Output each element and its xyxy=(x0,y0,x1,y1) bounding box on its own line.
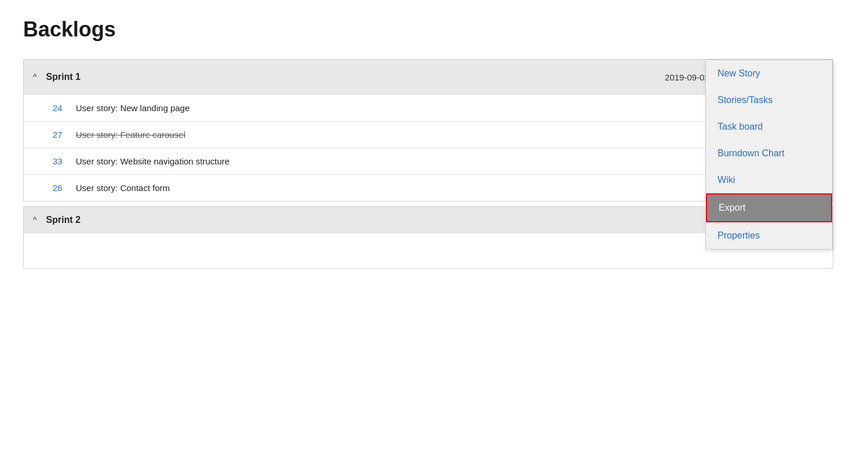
dropdown-item-properties[interactable]: Properties xyxy=(706,222,832,249)
page-title: Backlogs xyxy=(23,17,845,42)
story-title-33: User story: Website navigation structure xyxy=(76,156,230,166)
dropdown-item-stories-tasks[interactable]: Stories/Tasks xyxy=(706,87,832,113)
dropdown-item-task-board[interactable]: Task board xyxy=(706,113,832,140)
sprint1-name: Sprint 1 xyxy=(46,72,665,82)
backlogs-container: ^ Sprint 1 2019-09-02 2020-01-31 12 ▲ Ne… xyxy=(23,59,833,269)
story-id-33[interactable]: 33 xyxy=(53,156,76,166)
story-id-24[interactable]: 24 xyxy=(53,103,76,113)
sprint2-collapse-icon[interactable]: ^ xyxy=(33,215,37,225)
story-title-24: User story: New landing page xyxy=(76,103,190,113)
story-id-26[interactable]: 26 xyxy=(53,183,76,193)
sprint1-dropdown-menu: New Story Stories/Tasks Task board Burnd… xyxy=(705,60,833,250)
dropdown-item-wiki[interactable]: Wiki xyxy=(706,167,832,193)
sprint1-collapse-icon[interactable]: ^ xyxy=(33,72,37,82)
dropdown-item-new-story[interactable]: New Story xyxy=(706,60,832,87)
dropdown-item-export[interactable]: Export xyxy=(706,193,832,222)
sprint1-start-date: 2019-09-02 xyxy=(665,72,709,82)
sprint1-header: ^ Sprint 1 2019-09-02 2020-01-31 12 ▲ Ne… xyxy=(24,60,833,94)
story-id-27[interactable]: 27 xyxy=(53,130,76,140)
story-title-26: User story: Contact form xyxy=(76,183,170,193)
sprint1-block: ^ Sprint 1 2019-09-02 2020-01-31 12 ▲ Ne… xyxy=(23,59,833,201)
dropdown-item-burndown-chart[interactable]: Burndown Chart xyxy=(706,140,832,167)
story-title-27: User story: Feature carousel xyxy=(76,130,185,140)
